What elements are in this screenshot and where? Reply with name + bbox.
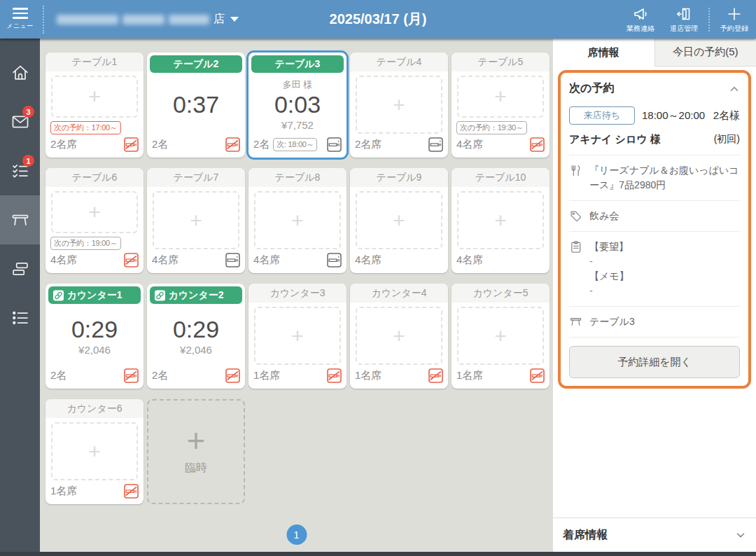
table-card-header: テーブル9 xyxy=(350,168,448,187)
smoking-icon xyxy=(428,137,443,152)
store-name-redacted xyxy=(57,15,209,25)
open-reservation-detail-button[interactable]: 予約詳細を開く xyxy=(569,346,740,378)
table-card[interactable]: テーブル3多田 様0:03¥7,7522名次: 18:00～ xyxy=(248,53,346,158)
table-name: カウンター1 xyxy=(66,289,122,302)
table-card[interactable]: テーブル5+次の予約：19:30～4名席 xyxy=(451,53,550,158)
add-visit-dropzone[interactable]: + xyxy=(51,422,138,480)
table-card-body: + xyxy=(248,303,346,368)
add-visit-dropzone[interactable]: + xyxy=(457,76,544,118)
memo-content: 【要望】 - 【メモ】 - xyxy=(589,239,629,298)
memo-label: 【メモ】 xyxy=(589,269,629,284)
sidebar-item-tasks[interactable]: 1 xyxy=(0,146,40,195)
add-visit-dropzone[interactable]: + xyxy=(457,307,544,365)
table-card[interactable]: テーブル4+2名席 xyxy=(350,53,448,158)
sidebar-item-messages[interactable]: 3 xyxy=(0,97,40,146)
table-card[interactable]: テーブル20:372名 xyxy=(147,53,245,158)
sidebar-item-list[interactable] xyxy=(0,293,40,342)
table-card[interactable]: カウンター10:29¥2,0462名 xyxy=(46,284,144,389)
home-icon xyxy=(10,63,30,83)
table-card-footer: 1名席 xyxy=(46,483,144,504)
party-size: 2名様 xyxy=(713,109,740,123)
tasks-badge: 1 xyxy=(22,155,34,167)
table-grid: テーブル1+次の予約：17:00～2名席テーブル20:372名テーブル3多田 様… xyxy=(46,53,553,504)
add-visit-dropzone[interactable]: + xyxy=(51,76,138,118)
detail-button-row: 予約詳細を開く xyxy=(569,338,740,378)
add-visit-dropzone[interactable]: + xyxy=(153,191,239,249)
table-card-body: 0:29¥2,046 xyxy=(46,304,144,368)
menu-label: メニュー xyxy=(6,22,34,31)
plus-icon: + xyxy=(393,326,405,347)
add-visit-dropzone[interactable]: + xyxy=(356,76,442,134)
table-card[interactable]: カウンター6+1名席 xyxy=(46,399,144,504)
table-card[interactable]: テーブル9+4名席 xyxy=(350,168,448,273)
store-selector[interactable]: 店 xyxy=(57,12,239,27)
table-card-header: カウンター5 xyxy=(451,284,550,303)
table-card-footer: 4名席 xyxy=(46,252,144,273)
add-visit-dropzone[interactable]: + xyxy=(51,191,138,233)
add-visit-dropzone[interactable]: + xyxy=(254,307,341,365)
table-icon xyxy=(569,315,582,328)
table-name: カウンター3 xyxy=(270,287,325,300)
business-contact-button[interactable]: 業務連絡 xyxy=(619,0,662,39)
bill-amount: ¥7,752 xyxy=(281,119,314,131)
add-visit-dropzone[interactable]: + xyxy=(356,307,442,365)
plus-icon: + xyxy=(291,326,304,347)
table-card-header: カウンター2 xyxy=(150,286,242,304)
table-card[interactable]: テーブル10+4名席 xyxy=(451,168,550,273)
capacity-label: 4名席 xyxy=(355,253,382,267)
table-card[interactable]: カウンター5+1名席 xyxy=(451,284,550,389)
add-visit-dropzone[interactable]: + xyxy=(356,191,442,249)
table-card[interactable]: テーブル1+次の予約：17:00～2名席 xyxy=(46,53,144,158)
add-visit-dropzone[interactable]: + xyxy=(457,191,544,249)
header-actions: 業務連絡 退店管理 予約登録 xyxy=(619,0,756,39)
door-exit-icon xyxy=(676,6,692,22)
seating-info-header[interactable]: 着席情報 xyxy=(553,517,756,552)
plus-icon: + xyxy=(291,210,304,231)
sidebar-item-tables[interactable] xyxy=(0,195,40,244)
table-card-body: + xyxy=(451,303,550,368)
visit-note: (初回) xyxy=(714,133,740,146)
table-card-body: + xyxy=(46,418,144,483)
page-indicator[interactable]: 1 xyxy=(286,524,307,545)
no-smoking-indicator xyxy=(530,137,545,152)
next-reservation-badge-row: 次の予約：17:00～ xyxy=(50,120,139,134)
tab-seat-info[interactable]: 席情報 xyxy=(553,39,654,67)
action-label: 退店管理 xyxy=(670,24,698,34)
next-reservation-badge-row: 次の予約：19:30～ xyxy=(456,120,545,134)
smoking-indicator xyxy=(327,253,342,267)
table-card-header: テーブル2 xyxy=(150,55,242,73)
table-card-footer: 1名席 xyxy=(451,368,550,389)
table-card[interactable]: テーブル8+4名席 xyxy=(248,168,346,273)
menu-button[interactable]: メニュー xyxy=(0,0,40,39)
panel-tabs: 席情報 今日の予約(5) xyxy=(553,39,756,67)
checkout-manage-button[interactable]: 退店管理 xyxy=(662,0,706,39)
add-visit-dropzone[interactable]: + xyxy=(254,191,341,249)
status-badge: 来店待ち xyxy=(569,106,635,125)
table-card-footer: 2名次: 18:00～ xyxy=(248,137,346,158)
table-card[interactable]: テーブル6+次の予約：19:00～4名席 xyxy=(46,168,144,273)
table-card[interactable]: カウンター20:29¥2,0462名 xyxy=(147,284,245,389)
table-card[interactable]: カウンター4+1名席 xyxy=(350,284,448,389)
table-card[interactable]: カウンター3+1名席 xyxy=(248,284,346,389)
table-card-body: + xyxy=(350,303,448,368)
no-smoking-indicator xyxy=(225,368,240,383)
no-smoking-icon xyxy=(124,137,139,152)
utensils-icon xyxy=(569,164,582,177)
temp-table-card[interactable]: +臨時 xyxy=(147,399,245,504)
table-card-body: 多田 様0:03¥7,752 xyxy=(248,73,346,137)
tab-today-reservations[interactable]: 今日の予約(5) xyxy=(654,39,756,67)
table-name: カウンター2 xyxy=(168,289,223,302)
table-card-footer: 4名席 xyxy=(350,252,448,273)
new-reservation-button[interactable]: 予約登録 xyxy=(713,0,756,39)
table-name: カウンター6 xyxy=(66,403,122,415)
capacity-label: 2名 xyxy=(152,369,168,382)
no-smoking-indicator xyxy=(124,368,139,383)
course-text: 『リーズナブル＆お腹いっぱいコース』7品2980円 xyxy=(589,163,740,193)
sidebar-item-layers[interactable] xyxy=(0,244,40,293)
next-reservation-header[interactable]: 次の予約 xyxy=(569,81,740,96)
table-card-header: テーブル1 xyxy=(46,53,144,71)
sidebar-item-home[interactable] xyxy=(0,48,40,97)
table-card[interactable]: テーブル7+4名席 xyxy=(147,168,245,273)
guest-name-row: アキナイ シロウ 様 (初回) xyxy=(569,133,740,155)
bill-amount: ¥2,046 xyxy=(180,344,212,356)
